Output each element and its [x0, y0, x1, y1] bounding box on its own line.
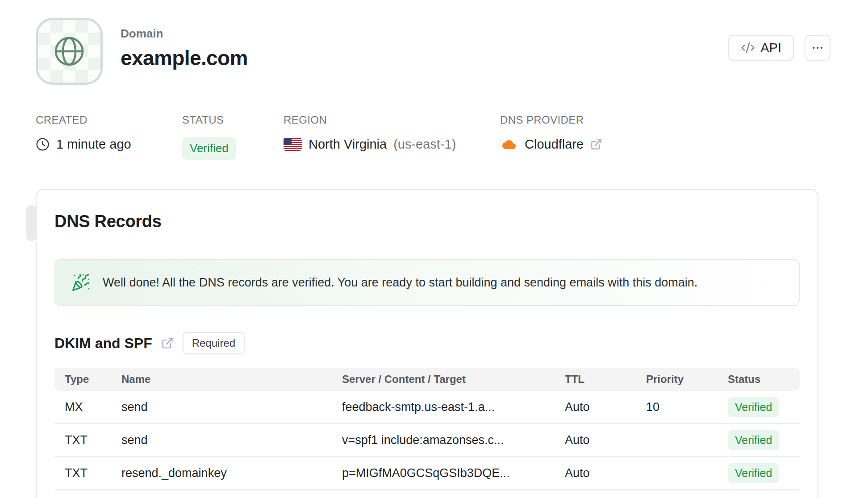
external-link-icon[interactable] — [590, 138, 602, 150]
col-header-priority: Priority — [646, 373, 728, 386]
ellipsis-icon — [811, 41, 824, 54]
page-title: example.com — [121, 46, 248, 70]
banner-message: Well done! All the DNS records are verif… — [103, 276, 697, 290]
record-status-badge: Verified — [728, 430, 779, 450]
dns-records-table: Type Name Server / Content / Target TTL … — [54, 368, 800, 490]
record-ttl: Auto — [565, 400, 646, 414]
col-header-content: Server / Content / Target — [342, 373, 565, 386]
clock-icon — [36, 137, 50, 151]
record-type: TXT — [65, 466, 121, 480]
table-body: MX send feedback-smtp.us-east-1.a... Aut… — [54, 391, 800, 490]
more-button[interactable] — [805, 35, 830, 61]
record-name: send — [121, 433, 342, 447]
domain-meta: CREATED 1 minute ago STATUS Verified REG… — [36, 114, 602, 160]
record-priority: 10 — [646, 400, 728, 414]
domain-avatar — [36, 18, 103, 85]
page-eyebrow: Domain — [121, 27, 248, 41]
table-row[interactable]: TXT resend._domainkey p=MIGfMA0GCSqGSIb3… — [54, 457, 800, 490]
record-type: MX — [65, 400, 121, 414]
dns-provider-label: DNS PROVIDER — [500, 114, 602, 126]
success-banner: Well done! All the DNS records are verif… — [54, 259, 800, 306]
party-popper-icon — [71, 273, 90, 292]
record-status-badge: Verified — [728, 397, 779, 417]
globe-icon — [51, 33, 87, 69]
code-icon — [741, 41, 755, 55]
record-name: resend._domainkey — [121, 466, 342, 480]
record-name: send — [121, 400, 342, 414]
external-link-icon[interactable] — [161, 337, 174, 349]
region-code: (us-east-1) — [393, 137, 456, 152]
dns-records-heading: DNS Records — [54, 212, 800, 231]
table-row[interactable]: TXT send v=spf1 include:amazonses.c... A… — [54, 424, 800, 457]
record-status-badge: Verified — [728, 463, 779, 483]
dns-provider-value[interactable]: Cloudflare — [525, 137, 584, 152]
record-type: TXT — [65, 433, 121, 447]
table-row[interactable]: MX send feedback-smtp.us-east-1.a... Aut… — [54, 391, 800, 424]
record-content: feedback-smtp.us-east-1.a... — [342, 400, 565, 414]
dkim-spf-heading: DKIM and SPF — [54, 335, 152, 352]
status-badge: Verified — [182, 137, 236, 160]
record-ttl: Auto — [565, 433, 646, 447]
created-label: CREATED — [36, 114, 182, 126]
region-value: North Virginia — [309, 137, 387, 152]
record-content: p=MIGfMA0GCSqGSIb3DQE... — [342, 466, 565, 480]
status-label: STATUS — [182, 114, 284, 126]
required-badge: Required — [183, 332, 245, 354]
us-flag-icon — [284, 138, 302, 151]
created-value: 1 minute ago — [56, 137, 131, 152]
region-label: REGION — [284, 114, 500, 126]
col-header-ttl: TTL — [565, 373, 646, 386]
dns-records-card: DNS Records Well done! All the DNS recor… — [36, 189, 818, 498]
table-header-row: Type Name Server / Content / Target TTL … — [54, 368, 800, 391]
record-content: v=spf1 include:amazonses.c... — [342, 433, 565, 447]
col-header-name: Name — [121, 373, 342, 386]
col-header-type: Type — [65, 373, 121, 386]
api-button[interactable]: API — [728, 35, 794, 61]
record-ttl: Auto — [565, 466, 646, 480]
col-header-status: Status — [728, 373, 789, 386]
api-button-label: API — [760, 41, 781, 55]
cloudflare-icon — [500, 138, 518, 151]
